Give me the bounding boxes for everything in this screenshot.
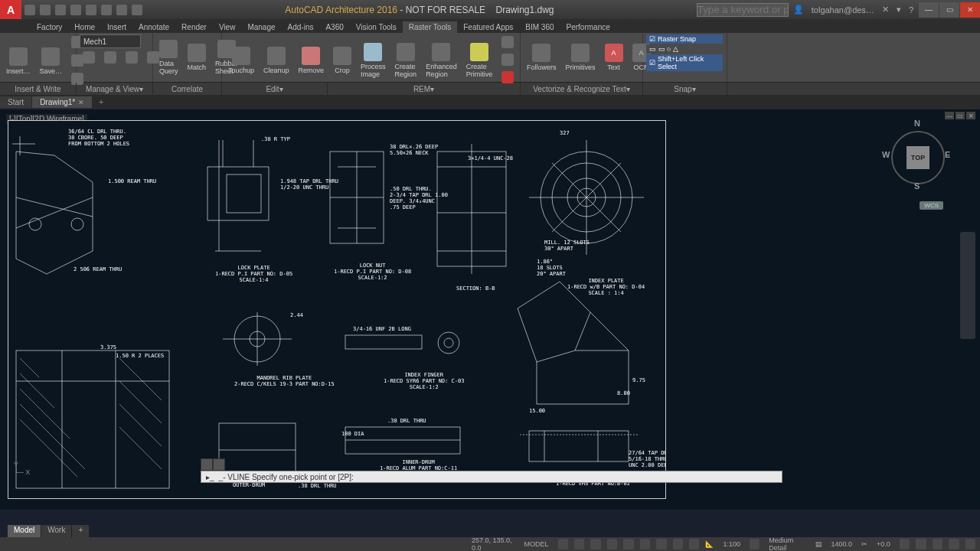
save-button[interactable]: Save…: [37, 46, 66, 77]
otrack-icon[interactable]: [640, 539, 650, 549]
mv-2[interactable]: [101, 50, 119, 67]
ribbon-tab-factory[interactable]: Factory: [31, 21, 68, 33]
drawing-viewport[interactable]: [-][Top][2D Wireframe] — ▭ ✕: [0, 109, 980, 510]
snap-mid-toggle[interactable]: ▭ ▭ ○ △: [646, 44, 723, 54]
create-primitive-button[interactable]: Create Primitive: [463, 41, 496, 80]
enhanced-region-button[interactable]: Enhanced Region: [423, 41, 460, 80]
isolate-icon[interactable]: [933, 539, 942, 549]
viewcube-face-top[interactable]: TOP: [906, 146, 929, 169]
insert-button[interactable]: Insert…: [3, 46, 34, 77]
tab-work[interactable]: Work: [41, 525, 72, 537]
cmdline-opts-icon[interactable]: [213, 458, 225, 471]
file-tab-drawing1[interactable]: Drawing1*✕: [32, 96, 92, 108]
mv-3[interactable]: [122, 50, 141, 67]
panel-snap[interactable]: Snap ▾: [643, 83, 727, 95]
qat-plot-icon[interactable]: [86, 5, 96, 15]
tab-add[interactable]: +: [72, 525, 90, 537]
ribbon-tab-annotate[interactable]: Annotate: [132, 21, 175, 33]
ribbon-tab-performance[interactable]: Performance: [560, 21, 616, 33]
ribbon-tab-view[interactable]: View: [213, 21, 242, 33]
gear-icon[interactable]: [750, 539, 760, 549]
wcs-label[interactable]: WCS: [920, 201, 943, 210]
panel-vectorize[interactable]: Vectorize & Recognize Text ▾: [521, 83, 643, 95]
cleanup-button[interactable]: Cleanup: [260, 45, 292, 76]
status-space[interactable]: MODEL: [521, 540, 552, 548]
ribbon-tab-a360[interactable]: A360: [319, 21, 349, 33]
vp-close-icon[interactable]: ✕: [966, 112, 975, 119]
snap-icon[interactable]: [574, 539, 584, 549]
panel-manage-view[interactable]: Manage & View ▾: [77, 83, 153, 95]
panel-edit[interactable]: Edit ▾: [222, 83, 328, 95]
create-region-button[interactable]: Create Region: [392, 41, 420, 80]
signin-icon[interactable]: 👤: [793, 5, 804, 15]
ribbon-tab-addins[interactable]: Add-ins: [282, 21, 320, 33]
signin-user[interactable]: tolgahan@des…: [812, 5, 874, 15]
status-elev[interactable]: 1400.0: [828, 540, 856, 548]
layer-combo[interactable]: [80, 34, 141, 48]
ribbon-tab-insert[interactable]: Insert: [101, 21, 132, 33]
cmdline-close-icon[interactable]: [201, 458, 213, 471]
exchange-icon[interactable]: ✕: [882, 5, 889, 15]
grid-icon[interactable]: [558, 539, 568, 549]
maximize-button[interactable]: ▭: [939, 2, 959, 18]
viewcube-n[interactable]: N: [914, 119, 920, 128]
help-dropdown-icon[interactable]: ▾: [897, 5, 901, 15]
qat-open-icon[interactable]: [40, 5, 51, 15]
raster-snap-toggle[interactable]: ☑Raster Snap: [646, 34, 723, 44]
primitives-button[interactable]: Primitives: [563, 42, 599, 73]
ribbon-tab-render[interactable]: Render: [175, 21, 213, 33]
close-button[interactable]: ✕: [960, 2, 980, 18]
polar-icon[interactable]: [607, 539, 617, 549]
ribbon-tab-featured[interactable]: Featured Apps: [457, 21, 519, 33]
hardware-accel-icon[interactable]: [916, 539, 926, 549]
data-query-button[interactable]: Data Query: [156, 38, 181, 77]
touchup-button[interactable]: Touchup: [225, 45, 257, 76]
customize-icon[interactable]: [965, 539, 975, 549]
panel-rem[interactable]: REM ▾: [328, 83, 521, 95]
command-line[interactable]: ▸_ _- VLINE Specify one-pick point or [2…: [201, 471, 782, 483]
osnap-icon[interactable]: [623, 539, 633, 549]
elev-icon[interactable]: ▤: [815, 540, 822, 548]
panel-correlate[interactable]: Correlate: [153, 83, 222, 95]
search-input[interactable]: [697, 3, 789, 17]
transparency-icon[interactable]: [689, 539, 699, 549]
crop-button[interactable]: Crop: [330, 45, 354, 76]
navigation-bar[interactable]: [960, 232, 975, 339]
replace-z-icon[interactable]: [900, 539, 910, 549]
status-cut[interactable]: +0.0: [874, 540, 893, 548]
shift-click-toggle[interactable]: ☑Shift+Left Click Select: [646, 54, 723, 71]
add-tab-button[interactable]: +: [93, 96, 109, 108]
cut-icon[interactable]: ✂: [861, 540, 867, 548]
ortho-icon[interactable]: [590, 539, 600, 549]
status-scale[interactable]: 1:100: [720, 540, 743, 548]
viewcube-w[interactable]: W: [882, 150, 890, 159]
dyn-icon[interactable]: [656, 539, 666, 549]
qat-redo-icon[interactable]: [116, 5, 127, 15]
qat-new-icon[interactable]: [24, 5, 35, 15]
qat-undo-icon[interactable]: [101, 5, 112, 15]
rem-2[interactable]: [498, 52, 517, 69]
ribbon-tab-raster[interactable]: Raster Tools: [403, 21, 457, 33]
lwt-icon[interactable]: [673, 539, 683, 549]
viewcube-s[interactable]: S: [914, 181, 920, 191]
process-image-button[interactable]: Process Image: [358, 41, 389, 80]
vp-restore-icon[interactable]: ▭: [956, 112, 965, 119]
status-detail[interactable]: Medium Detail: [766, 536, 808, 551]
match-button[interactable]: Match: [185, 42, 210, 73]
panel-insert-write[interactable]: Insert & Write: [0, 83, 77, 95]
vp-minimize-icon[interactable]: —: [945, 112, 954, 119]
qat-save-icon[interactable]: [55, 5, 66, 15]
ribbon-tab-bim360[interactable]: BIM 360: [519, 21, 560, 33]
help-icon[interactable]: ?: [909, 5, 913, 15]
qat-saveas-icon[interactable]: [70, 5, 81, 15]
remove-button[interactable]: Remove: [296, 45, 328, 76]
ribbon-tab-manage[interactable]: Manage: [241, 21, 281, 33]
followers-button[interactable]: Followers: [524, 42, 560, 73]
viewcube-e[interactable]: E: [945, 150, 950, 159]
ribbon-tab-vision[interactable]: Vision Tools: [350, 21, 403, 33]
tab-model[interactable]: Model: [8, 525, 41, 537]
qat-more-icon[interactable]: [132, 5, 142, 15]
minimize-button[interactable]: —: [919, 2, 939, 18]
app-menu-button[interactable]: A: [0, 0, 21, 19]
clean-screen-icon[interactable]: [949, 539, 959, 549]
